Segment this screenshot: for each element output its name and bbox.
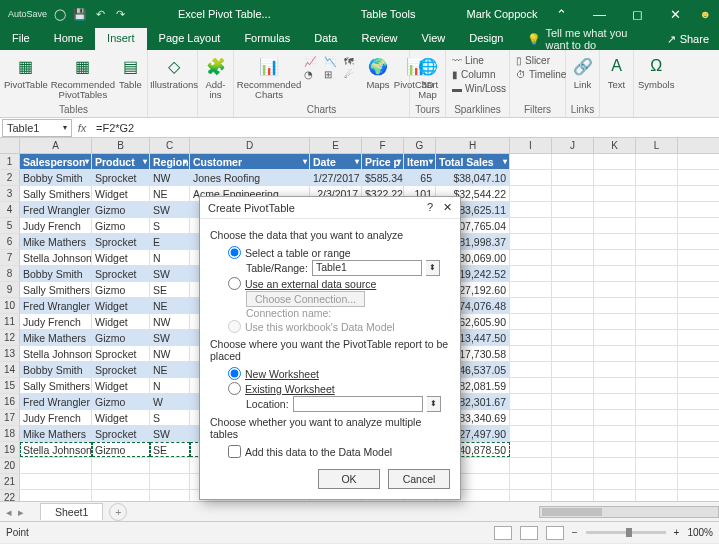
cell[interactable]: 1/27/2017 [310,170,362,185]
close-dialog-icon[interactable]: ✕ [443,201,452,214]
name-box[interactable]: Table1▾ [2,119,72,137]
cell[interactable] [636,218,678,233]
cell[interactable] [594,442,636,457]
zoom-in-icon[interactable]: + [674,527,680,538]
cell[interactable] [552,362,594,377]
cell[interactable] [510,410,552,425]
cell[interactable] [636,378,678,393]
cell[interactable] [552,330,594,345]
cell[interactable]: NW [150,314,190,329]
cell[interactable]: Sally Smithers [20,282,92,297]
cell[interactable] [510,330,552,345]
cell[interactable] [594,202,636,217]
tab-home[interactable]: Home [42,28,95,50]
table-header[interactable]: Customer [190,154,310,169]
cell[interactable]: Widget [92,250,150,265]
cell[interactable]: NE [150,186,190,201]
cell[interactable]: Gizmo [92,442,150,457]
col-header[interactable]: B [92,138,150,153]
cell[interactable] [510,218,552,233]
cell[interactable] [510,378,552,393]
row-header[interactable]: 17 [0,410,20,425]
cell[interactable]: NE [150,298,190,313]
minimize-icon[interactable]: — [585,7,613,22]
smiley-icon[interactable]: ☻ [699,8,711,20]
cell[interactable] [20,458,92,473]
cell[interactable]: Mike Mathers [20,234,92,249]
autosave-switch-icon[interactable]: ◯ [53,7,67,21]
cell[interactable] [636,282,678,297]
cell[interactable] [594,490,636,501]
formula-input[interactable]: =F2*G2 [92,122,719,134]
cell[interactable] [594,346,636,361]
symbols-button[interactable]: ΩSymbols [638,52,674,90]
cell[interactable]: E [150,234,190,249]
cell[interactable]: NW [150,346,190,361]
cell[interactable] [150,474,190,489]
cell[interactable] [594,426,636,441]
cell[interactable]: SW [150,330,190,345]
cell[interactable]: Sally Smithers [20,186,92,201]
3dmap-button[interactable]: 🌐3D Map [414,52,441,100]
pivottable-button[interactable]: ▦PivotTable [4,52,48,90]
cell[interactable] [20,490,92,501]
row-header[interactable]: 15 [0,378,20,393]
cell[interactable]: SW [150,202,190,217]
cell[interactable]: Sprocket [92,362,150,377]
cell[interactable]: Sprocket [92,426,150,441]
maximize-icon[interactable]: ◻ [623,7,651,22]
cell[interactable]: Bobby Smith [20,362,92,377]
slicer-button[interactable]: ▯Slicer [514,54,552,67]
cell[interactable]: S [150,410,190,425]
row-header[interactable]: 11 [0,314,20,329]
cell[interactable] [636,458,678,473]
scrollbar-thumb[interactable] [542,508,602,516]
user-name[interactable]: Mark Coppock [467,8,538,20]
addins-button[interactable]: 🧩Add- ins [202,52,229,100]
cell[interactable]: Mike Mathers [20,426,92,441]
cell[interactable] [594,314,636,329]
col-header[interactable]: L [636,138,678,153]
row-header[interactable]: 16 [0,394,20,409]
cell[interactable] [510,186,552,201]
cell[interactable]: Judy French [20,218,92,233]
cell[interactable] [636,154,678,169]
table-range-input[interactable]: Table1 [312,260,422,276]
cell[interactable]: NW [150,170,190,185]
cell[interactable]: Gizmo [92,282,150,297]
cell[interactable]: Sally Smithers [20,378,92,393]
cell[interactable] [552,234,594,249]
chart-type-icon[interactable]: 📉 [324,56,342,67]
cell[interactable]: Widget [92,186,150,201]
sparkline-column-button[interactable]: ▮Column [450,68,497,81]
cell[interactable]: Gizmo [92,202,150,217]
cell[interactable] [594,282,636,297]
share-button[interactable]: ↗Share [657,28,719,50]
cell[interactable]: Jones Roofing [190,170,310,185]
cell[interactable] [594,394,636,409]
recommended-pivottables-button[interactable]: ▦Recommended PivotTables [52,52,114,100]
cell[interactable]: Bobby Smith [20,266,92,281]
cell[interactable] [594,362,636,377]
cell[interactable]: Sprocket [92,234,150,249]
radio-external-source[interactable]: Use an external data source [228,276,450,291]
row-header[interactable]: 19 [0,442,20,457]
cell[interactable] [510,394,552,409]
cell[interactable]: SE [150,282,190,297]
illustrations-button[interactable]: ◇Illustrations [152,52,196,90]
prev-sheet-icon[interactable]: ◂ [6,506,12,518]
tab-view[interactable]: View [410,28,458,50]
cell[interactable]: Fred Wrangler [20,202,92,217]
cell[interactable] [552,170,594,185]
undo-icon[interactable]: ↶ [93,7,107,21]
cell[interactable] [552,474,594,489]
cell[interactable]: Fred Wrangler [20,394,92,409]
cell[interactable] [552,458,594,473]
h-scrollbar[interactable] [539,506,719,518]
row-header[interactable]: 1 [0,154,20,169]
cell[interactable] [510,202,552,217]
col-header[interactable]: G [404,138,436,153]
cell[interactable]: Widget [92,378,150,393]
cell[interactable] [92,474,150,489]
save-icon[interactable]: 💾 [73,7,87,21]
